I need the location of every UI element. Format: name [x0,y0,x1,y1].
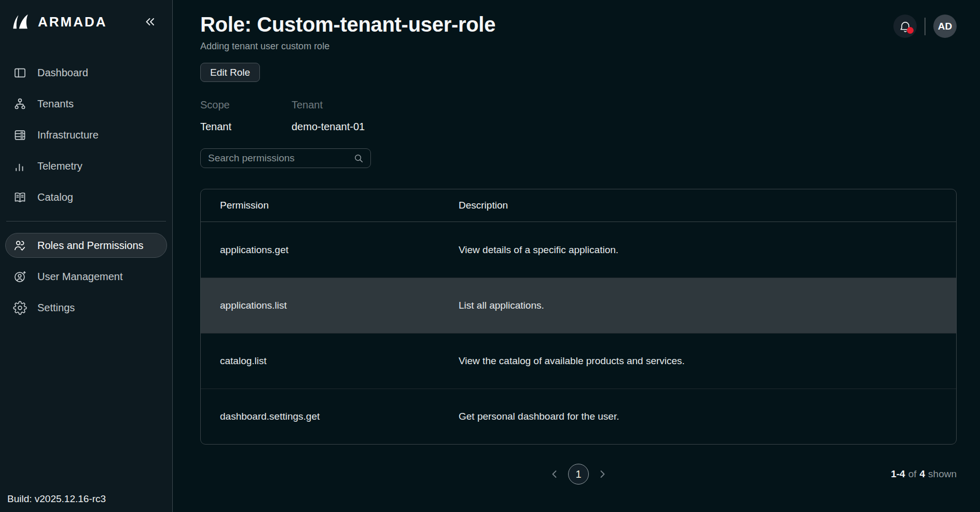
chevron-right-icon [596,468,609,480]
table-row[interactable]: applications.get View details of a speci… [201,222,956,278]
sidebar-item-telemetry[interactable]: Telemetry [5,154,167,178]
sidebar-item-roles-and-permissions[interactable]: Roles and Permissions [5,233,167,258]
sidebar-item-settings[interactable]: Settings [5,295,167,320]
search-icon [353,153,364,164]
sidebar-nav: Dashboard Tenants [5,60,167,326]
build-version: Build: v2025.12.16-rc3 [5,493,167,505]
sidebar-item-dashboard[interactable]: Dashboard [5,60,167,85]
permission-cell: applications.list [220,300,459,311]
gear-icon [13,301,27,315]
main-content: Role: Custom-tenant-user-role Adding ten… [173,0,980,512]
description-cell: Get personal dashboard for the user. [459,411,956,422]
hierarchy-icon [13,97,27,111]
tenant-label: Tenant [292,99,957,111]
topbar-actions: AD [893,15,957,38]
table-row[interactable]: applications.list List all applications. [201,278,956,333]
search-permissions-input[interactable] [208,153,349,164]
sidebar-item-label: Infrastructure [37,129,99,141]
page-header: Role: Custom-tenant-user-role Adding ten… [200,13,495,52]
search-permissions-box [200,148,371,168]
pagination: 1 1-4 of 4 shown [200,462,957,487]
table-row[interactable]: catalog.list View the catalog of availab… [201,333,956,389]
sidebar-item-label: Telemetry [37,160,82,172]
description-cell: View the catalog of available products a… [459,355,956,367]
brand-logo: ARMADA [10,12,107,31]
results-summary: 1-4 of 4 shown [891,468,957,480]
description-cell: List all applications. [459,300,956,311]
results-range: 1-4 [891,468,905,480]
sidebar-item-label: Roles and Permissions [37,240,144,252]
edit-role-button[interactable]: Edit Role [200,63,260,82]
sidebar-item-label: Catalog [37,191,73,203]
sidebar-item-infrastructure[interactable]: Infrastructure [5,122,167,147]
sidebar-item-label: Tenants [37,98,74,110]
page-subtitle: Adding tenant user custom role [200,41,495,52]
table-header-row: Permission Description [201,189,956,222]
user-avatar[interactable]: AD [933,15,957,38]
permissions-table: Permission Description applications.get … [200,189,957,445]
notifications-button[interactable] [893,15,917,38]
double-chevron-left-icon [143,15,157,29]
description-cell: View details of a specific application. [459,244,956,256]
users-check-icon [13,239,27,253]
column-header-permission: Permission [220,200,459,211]
sidebar-collapse-button[interactable] [142,14,158,30]
sidebar: ARMADA Dashboard [0,0,173,512]
scope-value: Tenant [200,121,292,133]
notification-dot [907,27,914,34]
bar-chart-icon [13,159,27,173]
scope-label: Scope [200,99,292,111]
server-stack-icon [13,128,27,142]
results-total: 4 [920,468,926,480]
next-page-button[interactable] [595,467,610,481]
role-meta: Scope Tenant Tenant demo-tenant-01 [200,99,957,133]
permission-cell: dashboard.settings.get [220,411,459,422]
permission-cell: catalog.list [220,355,459,367]
sidebar-item-tenants[interactable]: Tenants [5,91,167,116]
permission-cell: applications.get [220,244,459,256]
page-title: Role: Custom-tenant-user-role [200,13,495,36]
dashboard-panel-icon [13,66,27,80]
sidebar-item-catalog[interactable]: Catalog [5,185,167,210]
sidebar-item-label: User Management [37,271,123,283]
armada-sails-icon [10,12,32,31]
user-gear-icon [13,270,27,284]
chevron-left-icon [548,468,561,480]
sidebar-item-label: Settings [37,302,75,314]
sidebar-header: ARMADA [5,12,167,31]
sidebar-section-divider [6,221,166,222]
brand-name: ARMADA [38,14,107,30]
current-page-button[interactable]: 1 [568,464,589,485]
previous-page-button[interactable] [547,467,562,481]
sidebar-item-user-management[interactable]: User Management [5,264,167,289]
topbar-divider [924,18,926,35]
open-book-icon [13,190,27,204]
sidebar-item-label: Dashboard [37,67,88,79]
table-row[interactable]: dashboard.settings.get Get personal dash… [201,389,956,444]
tenant-value: demo-tenant-01 [292,121,957,133]
column-header-description: Description [459,200,956,211]
